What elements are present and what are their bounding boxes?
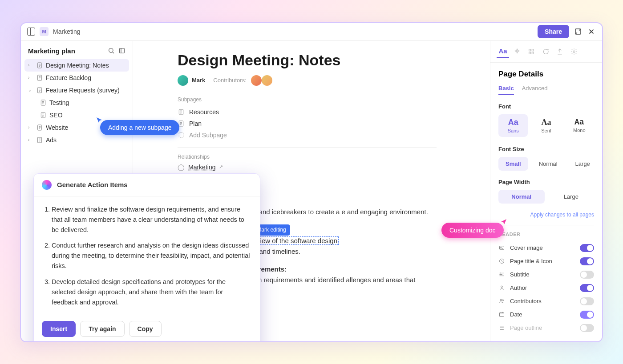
toggle-switch[interactable] [580, 244, 594, 252]
setting-icon [498, 311, 506, 318]
tab-typography[interactable]: Aa [497, 45, 509, 58]
contributors-label: Contributors: [213, 77, 246, 84]
toggle-switch[interactable] [580, 311, 594, 319]
width-large[interactable]: Large [548, 190, 595, 204]
svg-point-23 [502, 300, 503, 301]
toggle-label: Contributors [510, 298, 542, 304]
ai-list-item: Develop detailed design specifications a… [52, 277, 251, 308]
panel-title: Page Details [498, 70, 594, 79]
toggle-row: Author [498, 281, 594, 295]
svg-point-21 [501, 286, 503, 288]
share-button[interactable]: Share [538, 25, 569, 38]
tab-blocks[interactable] [525, 45, 538, 58]
size-small[interactable]: Small [498, 157, 528, 171]
toggle-switch[interactable] [580, 297, 594, 305]
toggle-row: Contributors [498, 295, 594, 308]
subpage-link[interactable]: Resources [178, 106, 437, 118]
toggle-label: Cover image [510, 244, 543, 251]
relationships-label: Relationships [178, 154, 437, 160]
svg-point-17 [573, 51, 575, 52]
workspace-badge: M [40, 27, 49, 36]
toggle-label: Page title & Icon [510, 258, 552, 264]
avatar [178, 75, 188, 86]
search-icon[interactable] [108, 47, 115, 54]
ai-list-item: Review and finalize the software design … [52, 204, 251, 236]
svg-rect-12 [179, 132, 183, 138]
toggle-switch[interactable] [580, 324, 594, 332]
toggle-label: Date [510, 311, 522, 318]
insert-button[interactable]: Insert [42, 321, 76, 337]
panel-tabs: Aa [490, 41, 602, 63]
sidebar-item[interactable]: Testing [24, 96, 129, 109]
author-name: Mark [192, 77, 205, 84]
page-tree: ›Design Meeting: Notes›Feature Backlog⌄F… [24, 59, 129, 146]
toggle-row: Page title & Icon [498, 255, 594, 268]
avatar [251, 75, 262, 86]
subpages-label: Subpages [178, 96, 437, 103]
size-large[interactable]: Large [568, 157, 597, 171]
setting-icon [498, 271, 506, 278]
expand-icon[interactable] [574, 27, 583, 36]
toggle-switch[interactable] [580, 284, 594, 292]
svg-point-22 [500, 299, 502, 301]
ai-list-item: Conduct further research and analysis on… [52, 240, 251, 272]
svg-rect-16 [532, 52, 534, 54]
relationship-link[interactable]: ◯ Marketing ↗ [178, 164, 437, 171]
fontsize-label: Font Size [498, 146, 594, 152]
try-again-button[interactable]: Try again [80, 321, 124, 337]
toggle-row: Cover image [498, 241, 594, 255]
size-normal[interactable]: Normal [532, 157, 565, 171]
toggle-row: Subtitle [498, 268, 594, 281]
tab-ai[interactable] [511, 45, 523, 58]
toggle-row: Page outline [498, 321, 594, 335]
avatar [262, 75, 272, 86]
ai-logo-icon [42, 180, 52, 190]
svg-rect-14 [532, 49, 534, 51]
sidebar-item[interactable]: ›Ads [24, 134, 129, 146]
ai-action-items-modal: Generate Action Items Review and finaliz… [33, 173, 260, 342]
toggle-switch[interactable] [580, 257, 594, 265]
tab-comments[interactable] [539, 45, 552, 58]
close-icon[interactable] [587, 27, 596, 36]
setting-icon [498, 244, 506, 251]
copy-button[interactable]: Copy [129, 321, 162, 337]
subtab-advanced[interactable]: Advanced [522, 85, 548, 95]
font-label: Font [498, 103, 594, 110]
page-title[interactable]: Design Meeting: Notes [178, 52, 437, 69]
tab-settings[interactable] [568, 45, 580, 58]
sidebar-item[interactable]: ›Website [24, 121, 129, 134]
right-panel: Aa Page Details Basic Advanced Font AaSa… [490, 41, 602, 341]
subpage-link[interactable]: Plan [178, 118, 437, 129]
sidebar-item[interactable]: SEO [24, 109, 129, 121]
toggle-row: Date [498, 308, 594, 321]
font-mono[interactable]: AaMono [565, 114, 594, 137]
panel-toggle-icon[interactable] [27, 28, 35, 36]
svg-rect-13 [529, 49, 531, 51]
setting-icon [498, 298, 506, 304]
ai-modal-title: Generate Action Items [57, 181, 128, 188]
app-window: M Marketing Share Marketing plan [20, 22, 603, 342]
font-sans[interactable]: AaSans [498, 114, 528, 137]
add-subpage-button[interactable]: Add Subpage [178, 129, 437, 141]
toggle-switch[interactable] [580, 271, 594, 279]
width-label: Page Width [498, 179, 594, 185]
sidebar-item[interactable]: ›Feature Backlog [24, 72, 129, 84]
apply-all-link[interactable]: Apply changes to all pages [498, 212, 594, 218]
toggle-label: Author [510, 284, 527, 291]
sidebar-item[interactable]: ⌄Feature Requests (survey) [24, 84, 129, 96]
subtab-basic[interactable]: Basic [498, 85, 514, 95]
toggle-label: Page outline [510, 324, 542, 331]
ai-body: Review and finalize the software design … [34, 196, 260, 321]
setting-icon [498, 258, 506, 264]
font-serif[interactable]: AaSerif [531, 114, 561, 137]
svg-rect-15 [529, 52, 531, 54]
sidebar-item[interactable]: ›Design Meeting: Notes [24, 59, 129, 72]
workspace-name[interactable]: Marketing [53, 28, 80, 35]
sidebar-title: Marketing plan [28, 47, 104, 55]
tab-export[interactable] [554, 45, 566, 58]
author-row: Mark Contributors: [178, 75, 437, 86]
width-normal[interactable]: Normal [498, 190, 545, 204]
collapse-icon[interactable] [118, 47, 125, 54]
svg-rect-24 [500, 312, 504, 316]
svg-point-1 [109, 48, 113, 52]
